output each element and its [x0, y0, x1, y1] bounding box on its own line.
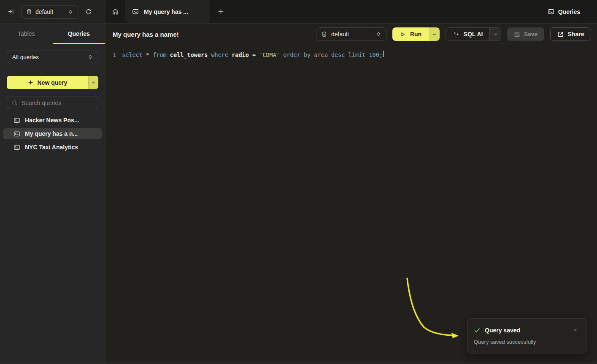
sql-code-line[interactable]: 1 select * from cell_towers where radio … — [105, 51, 597, 59]
terminal-icon — [14, 144, 20, 151]
sql-code-text: select * from cell_towers where radio = … — [122, 51, 383, 59]
sidebar-tab-tables[interactable]: Tables — [0, 24, 53, 44]
share-icon — [557, 31, 564, 38]
new-tab-plus-icon[interactable] — [210, 0, 232, 23]
share-label: Share — [568, 31, 584, 38]
chevron-down-icon — [432, 32, 437, 37]
terminal-icon — [14, 131, 20, 137]
chevron-down-icon — [91, 80, 96, 85]
top-bar-left: default — [0, 0, 105, 23]
chevron-up-down-icon — [88, 54, 93, 59]
topbar-database-selector[interactable]: default — [21, 5, 78, 19]
run-label: Run — [410, 31, 421, 38]
run-dropdown[interactable] — [429, 27, 440, 41]
editor-database-value: default — [331, 31, 372, 38]
save-button[interactable]: Save — [507, 27, 544, 41]
sql-ai-split-button: SQL AI — [446, 27, 501, 41]
new-query-button[interactable]: New query — [7, 76, 88, 89]
sql-editor[interactable]: 1 select * from cell_towers where radio … — [105, 45, 597, 364]
terminal-icon — [14, 117, 20, 124]
save-icon — [514, 31, 520, 38]
text-cursor — [383, 51, 384, 57]
toast-query-saved: Query saved Query saved successfully — [467, 318, 586, 353]
topbar-database-value: default — [35, 8, 64, 15]
query-list-item[interactable]: Hacker News Pos... — [3, 115, 102, 126]
query-title: My query has a name! — [113, 31, 179, 38]
collapse-sidebar-icon[interactable] — [8, 8, 14, 15]
run-button[interactable]: Run — [392, 27, 429, 41]
sql-ai-label: SQL AI — [464, 31, 483, 38]
queries-panel-label: Queries — [558, 8, 580, 15]
chevron-up-down-icon — [68, 9, 73, 14]
query-item-label: NYC Taxi Analytics — [25, 144, 78, 151]
editor-header: My query has a name! default Run — [105, 24, 597, 45]
query-filter-select[interactable]: All queries — [7, 51, 98, 63]
query-search-box — [7, 97, 98, 109]
query-list-item[interactable]: My query has a n... — [3, 128, 102, 139]
tab-strip: My query has ... Queries — [105, 0, 597, 23]
database-icon — [321, 31, 327, 37]
sql-ai-dropdown[interactable] — [489, 28, 501, 40]
tab-label: My query has ... — [144, 8, 188, 15]
sidebar-tabs: Tables Queries — [0, 24, 105, 44]
plus-icon — [28, 80, 33, 85]
sql-ai-button[interactable]: SQL AI — [446, 28, 489, 40]
refresh-icon[interactable] — [85, 8, 92, 15]
new-query-split-button: New query — [7, 76, 98, 89]
toast-header: Query saved — [474, 327, 580, 334]
new-query-dropdown[interactable] — [88, 76, 98, 89]
toast-title: Query saved — [485, 327, 520, 334]
play-icon — [400, 31, 406, 38]
line-number: 1 — [105, 51, 122, 59]
terminal-icon — [548, 8, 554, 15]
query-search-input[interactable] — [22, 100, 98, 106]
chevron-up-down-icon — [376, 32, 381, 37]
terminal-icon — [132, 8, 139, 15]
sparkles-icon — [453, 31, 459, 38]
run-split-button: Run — [392, 27, 440, 41]
share-button[interactable]: Share — [550, 27, 591, 41]
query-filter-value: All queries — [12, 54, 88, 60]
queries-panel-toggle[interactable]: Queries — [548, 0, 597, 23]
sql-console-window: default My query has ... — [0, 0, 597, 364]
chevron-down-icon — [493, 32, 498, 37]
home-icon[interactable] — [105, 0, 125, 23]
search-icon — [12, 100, 18, 106]
query-item-label: My query has a n... — [25, 130, 78, 137]
query-list-item[interactable]: NYC Taxi Analytics — [3, 142, 102, 153]
tab-my-query[interactable]: My query has ... — [125, 0, 210, 23]
check-icon — [474, 327, 481, 334]
editor-database-selector[interactable]: default — [316, 27, 386, 41]
sidebar: Tables Queries All queries New query — [0, 24, 105, 364]
query-item-label: Hacker News Pos... — [25, 117, 79, 124]
sidebar-tab-queries[interactable]: Queries — [53, 24, 105, 44]
query-list: Hacker News Pos... My query has a n... N… — [3, 115, 102, 153]
editor-header-controls: default Run — [316, 27, 591, 41]
new-query-label: New query — [38, 79, 68, 86]
database-icon — [26, 9, 32, 15]
top-bar: default My query has ... — [0, 0, 597, 24]
save-label: Save — [524, 31, 538, 38]
close-icon[interactable] — [573, 328, 578, 332]
toast-message: Query saved successfully — [474, 339, 580, 345]
